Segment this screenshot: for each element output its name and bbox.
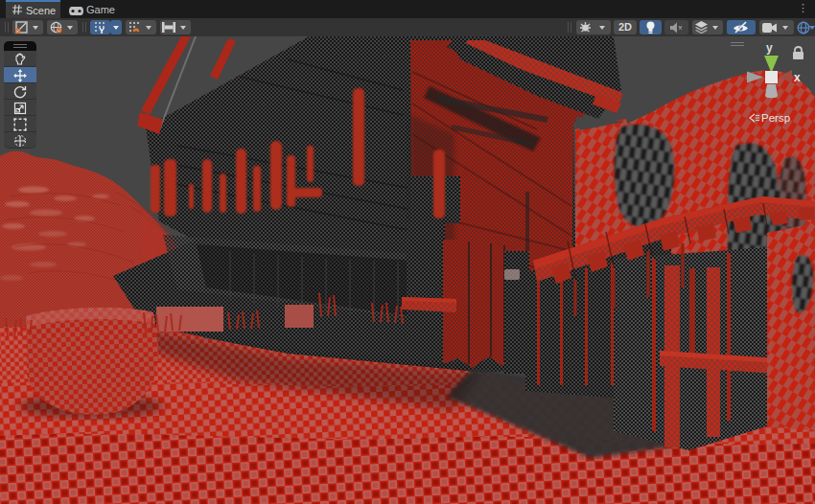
svg-text:y: y [766, 41, 773, 55]
svg-text:Y: Y [99, 26, 105, 34]
svg-text:Persp: Persp [761, 112, 790, 124]
svg-text:x: x [794, 71, 801, 84]
